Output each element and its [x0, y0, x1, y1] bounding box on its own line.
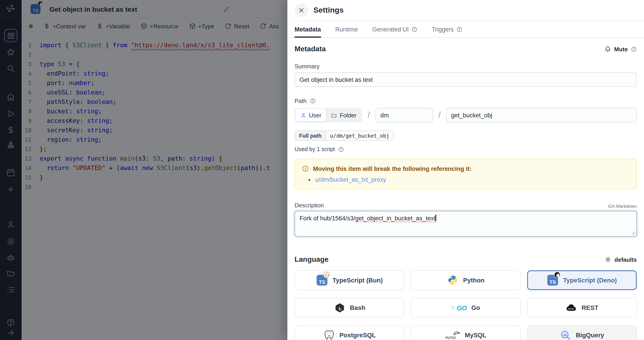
folder-icon [331, 112, 337, 118]
language-card-typescript-deno[interactable]: TS TypeScript (Deno) [527, 270, 637, 290]
rest-http-icon: HTTP [565, 302, 577, 314]
path-name-input[interactable] [446, 108, 637, 122]
info-icon [310, 98, 316, 104]
svg-text:MySQL: MySQL [446, 336, 457, 339]
text-caret [436, 214, 436, 221]
mysql-icon: MySQL [445, 329, 460, 340]
metadata-heading: Metadata [294, 45, 326, 53]
language-card-postgresql[interactable]: PostgreSQL [294, 325, 404, 340]
python-icon [447, 274, 459, 286]
summary-label: Summary [294, 63, 637, 70]
bell-icon [604, 46, 611, 52]
path-separator: / [438, 110, 441, 120]
postgresql-icon [323, 329, 335, 340]
language-heading: Language [294, 256, 328, 264]
info-icon [631, 46, 637, 52]
language-card-typescript-bun[interactable]: TS TypeScript (Bun) [294, 270, 404, 290]
settings-body: Metadata Mute Summary Path User [287, 38, 644, 340]
path-owner-input[interactable] [375, 108, 433, 122]
path-separator: / [368, 110, 370, 120]
full-path-value: u/dm/get_bucket_obj [326, 131, 393, 140]
close-drawer-button[interactable] [294, 4, 308, 17]
language-card-python[interactable]: Python [411, 270, 521, 290]
list-item: u/dm/bucket_as_txt_proxy [315, 176, 630, 183]
close-icon [298, 7, 304, 14]
owner-kind-user[interactable]: User [296, 109, 326, 122]
warning-title: Moving this item will break the followin… [302, 165, 630, 172]
app-window: TS Get object in bucket as text +Context… [0, 0, 644, 340]
svg-text:$: $ [338, 306, 340, 310]
language-card-bash[interactable]: $ Bash [294, 298, 404, 318]
user-icon [300, 112, 306, 118]
tab-generated-ui[interactable]: Generated UI [372, 26, 417, 38]
markdown-hint: GH Markdown [608, 204, 637, 209]
info-icon [456, 26, 462, 32]
warning-reference-list: u/dm/bucket_as_txt_proxy [315, 176, 630, 183]
alert-circle-icon [302, 165, 309, 172]
drawer-header: Settings [287, 0, 644, 21]
language-grid: TS TypeScript (Bun) Python TS [294, 270, 637, 340]
info-icon [338, 146, 344, 152]
settings-drawer: Settings Metadata Runtime Generated UI T… [287, 0, 644, 340]
full-path-badge: Full path u/dm/get_bucket_obj [294, 130, 394, 141]
move-warning-box: Moving this item will break the followin… [294, 159, 637, 189]
bigquery-icon [560, 329, 571, 340]
owner-kind-folder[interactable]: Folder [326, 109, 361, 122]
language-card-go[interactable]: GO Go [411, 298, 521, 318]
description-textarea[interactable]: Fork of hub/1564/s3/get_object_in_bucket… [294, 211, 637, 236]
gear-icon [605, 256, 611, 263]
owner-kind-toggle: User Folder [294, 108, 362, 122]
drawer-title: Settings [314, 6, 344, 15]
path-row: User Folder / / [294, 108, 637, 122]
tab-triggers[interactable]: Triggers [432, 26, 462, 38]
referencing-script-link[interactable]: u/dm/bucket_as_txt_proxy [315, 176, 386, 183]
language-card-bigquery[interactable]: BigQuery [527, 325, 637, 340]
drawer-backdrop[interactable] [0, 0, 287, 340]
full-path-label: Full path [295, 131, 326, 140]
tab-runtime[interactable]: Runtime [335, 26, 358, 38]
used-by-text: Used by 1 script [294, 146, 637, 152]
summary-input[interactable] [294, 72, 637, 87]
bash-icon: $ [334, 302, 346, 314]
info-icon [412, 26, 417, 32]
typescript-bun-icon: TS [316, 274, 328, 286]
path-label: Path [294, 98, 637, 104]
svg-text:HTTP: HTTP [568, 308, 574, 310]
mute-button[interactable]: Mute [604, 46, 637, 52]
language-card-rest[interactable]: HTTP REST [527, 298, 637, 318]
go-icon: GO [451, 304, 467, 312]
description-label: Description [294, 202, 324, 209]
resize-handle[interactable] [631, 231, 635, 235]
settings-tabs: Metadata Runtime Generated UI Triggers [287, 21, 644, 38]
language-card-mysql[interactable]: MySQL MySQL [411, 325, 521, 340]
language-defaults-button[interactable]: defaults [605, 256, 637, 263]
typescript-deno-icon: TS [547, 274, 558, 286]
tab-metadata[interactable]: Metadata [294, 26, 321, 38]
